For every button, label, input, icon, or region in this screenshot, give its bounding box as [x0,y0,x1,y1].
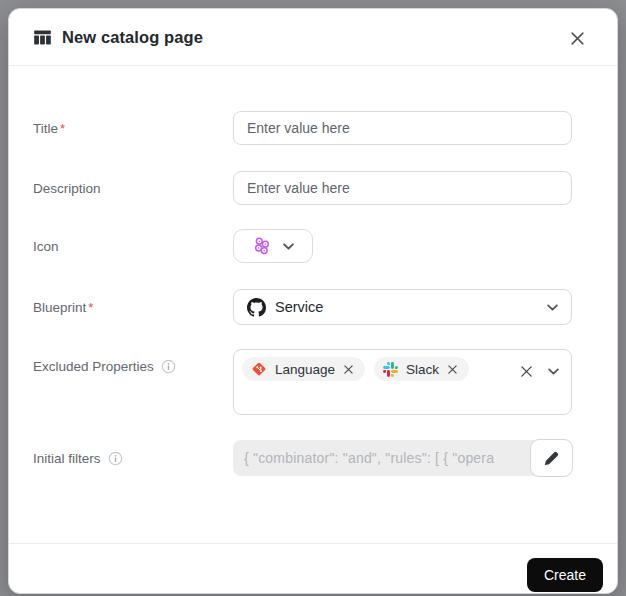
field-row-initial-filters: Initial filters { "combinator": "and", "… [33,440,572,476]
blueprint-label: Blueprint* [33,290,233,324]
chevron-down-icon [283,243,294,250]
title-input[interactable] [233,111,572,145]
blueprint-value: Service [275,299,323,315]
close-icon [570,31,585,46]
field-row-excluded-properties: Excluded Properties [33,349,572,415]
table-icon [33,28,52,47]
initial-filters-value: { "combinator": "and", "rules": [ { "ope… [233,440,572,476]
clear-all-button[interactable] [520,365,533,378]
slack-icon [383,362,398,377]
github-icon [247,298,266,317]
modal-footer: Create [9,543,617,593]
excluded-properties-multiselect[interactable]: Language [233,349,572,415]
chip-label: Slack [406,362,439,377]
chip-language[interactable]: Language [242,357,365,381]
field-row-blueprint: Blueprint* Service [33,289,572,325]
microservice-cluster-icon [252,236,272,256]
field-row-title: Title* [33,111,572,145]
field-row-icon: Icon [33,229,572,263]
info-icon[interactable] [161,359,176,374]
clear-icon [520,365,533,378]
description-label: Description [33,171,233,205]
icon-dropdown[interactable] [233,229,313,263]
description-input[interactable] [233,171,572,205]
pencil-icon [544,451,559,466]
create-button[interactable]: Create [527,558,603,592]
info-icon[interactable] [108,451,123,466]
required-asterisk: * [88,300,93,315]
remove-chip-icon[interactable] [343,364,354,375]
close-button[interactable] [564,25,590,51]
title-label: Title* [33,111,233,145]
required-asterisk: * [60,121,65,136]
field-row-description: Description [33,171,572,205]
chip-slack[interactable]: Slack [374,357,469,381]
multiselect-chevron-button[interactable] [548,368,559,375]
edit-filters-button[interactable] [530,439,573,477]
chevron-down-icon [547,304,558,311]
remove-chip-icon[interactable] [447,364,458,375]
chevron-down-icon [548,368,559,375]
initial-filters-label: Initial filters [33,440,233,476]
modal-title: New catalog page [62,28,203,47]
blueprint-select[interactable]: Service [233,289,572,325]
git-icon [251,361,267,377]
icon-label: Icon [33,229,233,263]
new-catalog-page-modal: New catalog page Title* Description Icon [8,8,618,594]
excluded-properties-label: Excluded Properties [33,349,233,383]
chip-label: Language [275,362,335,377]
modal-header: New catalog page [9,9,617,66]
